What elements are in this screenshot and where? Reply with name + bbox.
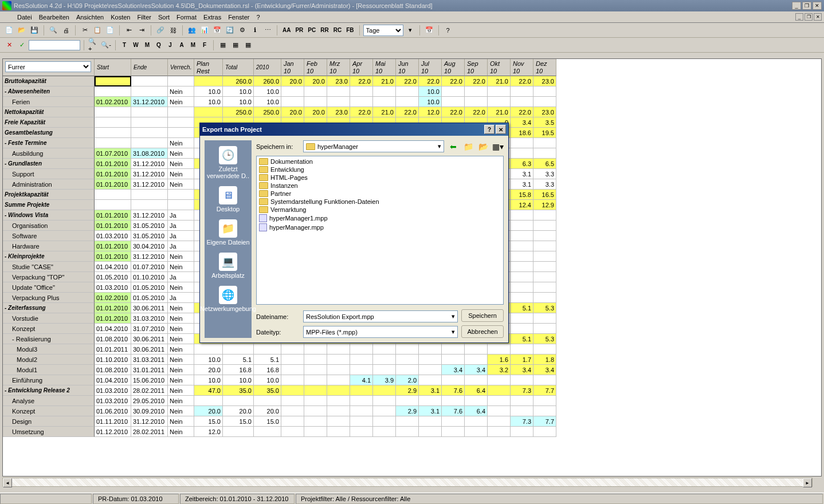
grid-cell[interactable] [396, 97, 419, 107]
grid-cell[interactable]: 18.6 [511, 128, 533, 138]
grid-cell[interactable]: 30.06.2011 [131, 334, 168, 344]
grid-cell[interactable] [304, 416, 327, 427]
grid-cell[interactable] [533, 148, 556, 159]
grid-cell[interactable] [350, 385, 373, 396]
link-button[interactable]: 🔗 [155, 25, 166, 36]
grid-cell[interactable]: 21.0 [373, 76, 396, 86]
grid-cell[interactable]: Nein [168, 159, 194, 169]
grid-cell[interactable] [373, 406, 396, 416]
grid-cell[interactable]: 3.1 [511, 179, 533, 190]
grid-cell[interactable]: 6.5 [533, 159, 556, 169]
grid-cell[interactable] [327, 396, 350, 406]
grid-cell[interactable]: 15.06.2010 [131, 375, 168, 385]
calendar-button[interactable]: 📅 [211, 25, 223, 36]
grid-cell[interactable] [168, 76, 194, 86]
folder-item[interactable]: Instanzen [258, 182, 502, 190]
row-label[interactable]: Update "Office" [3, 282, 95, 293]
grid-cell[interactable] [304, 86, 327, 97]
menu-sort[interactable]: Sort [155, 13, 173, 22]
grid-cell[interactable] [281, 375, 304, 385]
folder-item[interactable]: Dokumentation [258, 158, 502, 166]
grid-cell[interactable]: 31.03.2011 [131, 355, 168, 365]
view-rr-button[interactable]: RR [319, 25, 330, 36]
grid-cell[interactable]: Nein [168, 138, 194, 148]
row-label[interactable]: Organisation [3, 220, 95, 231]
grid-cell[interactable]: 10.0 [254, 375, 281, 385]
grid-cell[interactable]: 20.0 [281, 107, 304, 117]
grid-cell[interactable]: 1.6 [488, 355, 511, 365]
grid-cell[interactable]: 01.01.2010 [95, 303, 131, 313]
grid-cell[interactable]: Nein [168, 262, 194, 272]
grid-cell[interactable] [396, 427, 419, 437]
grid-cell[interactable] [533, 375, 556, 385]
grid-cell[interactable] [281, 406, 304, 416]
grid-cell[interactable]: 10.0 [194, 375, 223, 385]
view-fb-button[interactable]: FB [344, 25, 355, 36]
nav-f-button[interactable]: F [199, 40, 210, 51]
grid-cell[interactable]: 01.12.2010 [95, 427, 131, 437]
grid-cell[interactable]: 22.0 [350, 76, 373, 86]
row-label[interactable]: Ferien [3, 97, 95, 107]
grid-cell[interactable]: 01.05.2010 [131, 293, 168, 303]
grid-cell[interactable] [95, 200, 131, 210]
grid-cell[interactable] [281, 86, 304, 97]
place-0[interactable]: 🕒Zuletzt verwendete D.. [205, 143, 252, 183]
grid-cell[interactable] [511, 313, 533, 324]
mdi-minimize-button[interactable]: _ [795, 13, 803, 21]
grid-cell[interactable] [488, 375, 511, 385]
grid-cell[interactable]: 31.12.2010 [131, 251, 168, 262]
row-label[interactable]: - Grundlasten [3, 159, 95, 169]
grid-cell[interactable]: 31.12.2010 [131, 179, 168, 190]
grid-cell[interactable] [442, 355, 465, 365]
grid-cell[interactable]: 01.03.2010 [95, 231, 131, 241]
grid-cell[interactable]: 15.0 [194, 416, 223, 427]
grid-cell[interactable]: 01.05.2010 [95, 272, 131, 282]
grid-cell[interactable] [465, 427, 488, 437]
grid-cell[interactable] [511, 138, 533, 148]
grid-cell[interactable]: 22.0 [511, 76, 533, 86]
grid-cell[interactable]: 31.12.2010 [131, 97, 168, 107]
column-header[interactable]: Dez10 [533, 59, 556, 76]
grid-cell[interactable]: 01.02.2010 [95, 97, 131, 107]
column-header[interactable]: Aug10 [442, 59, 465, 76]
row-label[interactable]: Konzept [3, 406, 95, 416]
grid-cell[interactable]: Nein [168, 344, 194, 355]
row-label[interactable]: Modul3 [3, 344, 95, 355]
grid-cell[interactable] [511, 344, 533, 355]
grid-cell[interactable]: 31.08.2010 [131, 148, 168, 159]
grid-cell[interactable]: 3.3 [533, 169, 556, 179]
unlink-button[interactable]: ⛓ [167, 25, 179, 36]
more-button[interactable]: ⋯ [262, 25, 273, 36]
grid-cell[interactable]: 16.8 [223, 365, 254, 375]
grid-cell[interactable] [350, 416, 373, 427]
menu-fenster[interactable]: Fenster [225, 13, 253, 22]
grid-cell[interactable] [131, 117, 168, 128]
cut-button[interactable]: ✂ [79, 25, 91, 36]
horizontal-scrollbar[interactable]: ◄ ► [2, 478, 813, 487]
grid-cell[interactable] [442, 375, 465, 385]
column-header[interactable]: PlanRest [194, 59, 223, 76]
grid-cell[interactable]: 5.1 [223, 355, 254, 365]
grid-cell[interactable] [419, 396, 442, 406]
grid-cell[interactable]: 23.0 [327, 76, 350, 86]
grid-cell[interactable]: 30.06.2011 [131, 303, 168, 313]
grid-cell[interactable]: 23.0 [533, 107, 556, 117]
view-pc-button[interactable]: PC [306, 25, 317, 36]
grid-cell[interactable]: 22.0 [465, 107, 488, 117]
grid-cell[interactable] [533, 220, 556, 231]
row-label[interactable]: Modul1 [3, 365, 95, 375]
column-header[interactable]: Total [223, 59, 254, 76]
users-button[interactable]: 👥 [186, 25, 198, 36]
save-button[interactable]: Speichern [461, 309, 504, 322]
grid-cell[interactable]: 250.0 [223, 107, 254, 117]
zoom-in-button[interactable]: 🔍+ [88, 40, 99, 51]
grid-cell[interactable]: Nein [168, 148, 194, 159]
row-label[interactable]: - Entwicklung Release 2 [3, 385, 95, 396]
grid-cell[interactable]: 20.0 [223, 406, 254, 416]
view-aa-button[interactable]: AA [281, 25, 292, 36]
dialog-close-button[interactable]: ✕ [496, 125, 506, 134]
grid-cell[interactable]: 01.02.2010 [95, 293, 131, 303]
row-label[interactable]: Ausbildung [3, 148, 95, 159]
row-label[interactable]: Software [3, 231, 95, 241]
grid-cell[interactable]: 260.0 [254, 76, 281, 86]
